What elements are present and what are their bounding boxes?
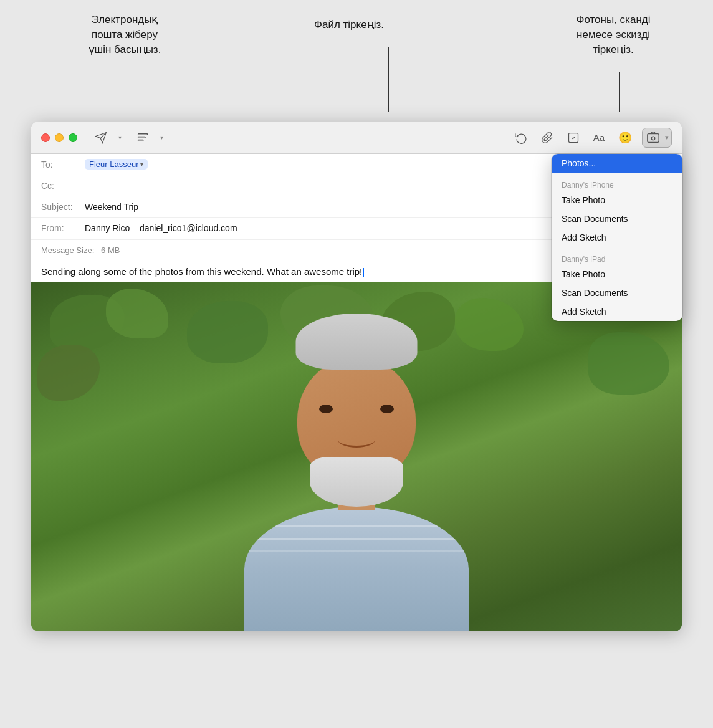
person-eyes — [316, 405, 397, 413]
callout-photo-text3: тіркеңіз. — [593, 44, 633, 55]
emoji-button[interactable]: 🙂 — [615, 128, 636, 147]
zoom-button[interactable] — [69, 133, 77, 142]
take-photo-2-item[interactable]: Take Photo — [552, 265, 682, 284]
callout-photo-text2: немесе эскизді — [577, 29, 650, 41]
format-button[interactable] — [133, 129, 153, 146]
markup-icon — [567, 132, 580, 144]
emoji-icon: 🙂 — [618, 131, 632, 145]
scan-documents-2-item[interactable]: Scan Documents — [552, 284, 682, 302]
text-cursor — [363, 268, 364, 277]
font-label: Aa — [593, 132, 605, 143]
send-chevron-button[interactable]: ▾ — [117, 132, 123, 143]
person-hair — [296, 314, 418, 370]
format-chevron-button[interactable]: ▾ — [159, 132, 165, 143]
take-photo-1-item[interactable]: Take Photo — [552, 191, 682, 209]
message-size-label: Message Size: 6 MB — [41, 246, 120, 255]
menu-divider-1 — [552, 175, 682, 175]
paperclip-icon — [541, 132, 553, 144]
svg-rect-3 — [138, 136, 146, 138]
left-eye — [319, 405, 333, 413]
email-photo — [31, 282, 682, 631]
take-photo-1-label: Take Photo — [562, 195, 605, 205]
markup-button[interactable] — [563, 129, 583, 146]
subject-value[interactable]: Weekend Trip — [85, 202, 138, 212]
undo-button[interactable] — [511, 129, 531, 146]
device1-label: Danny's iPhone — [552, 177, 682, 191]
callout-send-text1: Электрондық — [92, 14, 158, 26]
callout-send-text2: пошта жіберу — [92, 29, 158, 41]
add-sketch-1-item[interactable]: Add Sketch — [552, 228, 682, 247]
take-photo-2-label: Take Photo — [562, 269, 605, 279]
recipient-name: Fleur Lasseur — [89, 160, 138, 169]
msg-size-label-text: Message Size: — [41, 246, 94, 255]
svg-rect-6 — [648, 133, 659, 142]
callout-photo: Фотоны, сканді немесе эскизді тіркеңіз. — [551, 12, 676, 57]
person-smile — [338, 432, 375, 448]
cc-label: Cc: — [41, 181, 85, 191]
recipient-chevron: ▾ — [140, 161, 143, 168]
callout-attach-text1: Файл тіркеңіз. — [314, 19, 384, 31]
close-button[interactable] — [41, 133, 50, 142]
format-chevron-icon: ▾ — [160, 134, 163, 141]
photos-menu-item[interactable]: Photos... — [552, 154, 682, 173]
callout-photo-line — [619, 72, 620, 112]
scan-documents-1-item[interactable]: Scan Documents — [552, 209, 682, 228]
callout-send: Электрондық пошта жіберу үшін басыңыз. — [75, 12, 175, 57]
svg-point-7 — [651, 136, 655, 140]
font-button[interactable]: Aa — [590, 130, 608, 145]
annotations-area: Электрондық пошта жіберу үшін басыңыз. Ф… — [31, 12, 682, 122]
svg-rect-2 — [138, 133, 148, 135]
callout-attach: Файл тіркеңіз. — [299, 17, 399, 32]
menu-divider-2 — [552, 249, 682, 249]
photo-media-button-group[interactable]: ▾ — [642, 128, 672, 148]
subject-label: Subject: — [41, 202, 85, 212]
send-icon — [95, 132, 107, 144]
add-sketch-1-label: Add Sketch — [562, 232, 606, 242]
svg-rect-4 — [138, 140, 143, 141]
body-text: Sending along some of the photos from th… — [41, 266, 362, 277]
mail-window: ▾ ▾ — [31, 122, 682, 631]
add-sketch-2-item[interactable]: Add Sketch — [552, 302, 682, 321]
callout-send-text3: үшін басыңыз. — [89, 44, 161, 55]
attach-button[interactable] — [537, 129, 557, 146]
from-label: From: — [41, 223, 85, 233]
scan-documents-2-label: Scan Documents — [562, 288, 628, 298]
dropdown-menu: Photos... Danny's iPhone Take Photo Scan… — [552, 154, 682, 321]
callout-photo-text1: Фотоны, сканді — [577, 14, 651, 26]
add-sketch-2-label: Add Sketch — [562, 307, 606, 317]
toolbar: ▾ ▾ — [31, 122, 682, 154]
person-beard — [310, 457, 403, 507]
photos-label: Photos... — [562, 158, 596, 168]
from-value: Danny Rico – daniel_rico1@icloud.com — [85, 223, 237, 233]
scan-documents-1-label: Scan Documents — [562, 214, 628, 224]
traffic-lights — [41, 133, 77, 142]
photo-button[interactable] — [643, 128, 664, 147]
send-chevron-icon: ▾ — [118, 134, 122, 141]
send-button[interactable] — [91, 129, 111, 146]
person-area — [232, 351, 481, 631]
photo-icon — [646, 131, 660, 145]
photo-chevron-button[interactable]: ▾ — [665, 131, 671, 144]
shirt-overlay — [244, 507, 469, 631]
callout-attach-line — [388, 47, 389, 112]
callout-send-line — [128, 72, 128, 112]
photo-chevron-icon: ▾ — [665, 133, 669, 141]
recipient-badge[interactable]: Fleur Lasseur ▾ — [85, 159, 148, 170]
to-label: To: — [41, 160, 85, 170]
undo-icon — [515, 132, 527, 144]
format-icon — [136, 132, 149, 144]
minimize-button[interactable] — [55, 133, 64, 142]
msg-size-value-text: 6 MB — [101, 246, 120, 255]
right-eye — [380, 405, 394, 413]
device2-label: Danny's iPad — [552, 251, 682, 265]
